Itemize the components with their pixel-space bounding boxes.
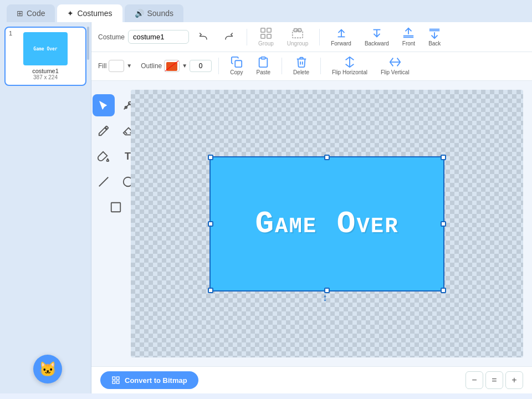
costume-item-name: costume1 (32, 68, 59, 74)
left-tools: T (100, 90, 131, 357)
zoom-reset-button[interactable]: = (485, 371, 503, 389)
fill-arrow[interactable]: ▼ (126, 63, 132, 69)
costume-preview: Game Over (23, 32, 68, 65)
svg-rect-0 (261, 28, 265, 32)
cat-button[interactable]: 🐱 (33, 355, 62, 383)
tab-code[interactable]: ⊞ Code (7, 4, 55, 22)
costume-number: 1 (9, 30, 12, 37)
svg-rect-13 (235, 60, 242, 67)
flip-horizontal-button[interactable]: Flip Horizontal (328, 54, 372, 77)
delete-label: Delete (293, 69, 309, 75)
copy-label: Copy (230, 69, 243, 75)
zoom-out-button[interactable]: − (466, 371, 483, 389)
group-label: Group (258, 40, 274, 47)
costume-preview-text: Game Over (33, 47, 57, 52)
outline-swatch[interactable] (164, 60, 180, 72)
ungroup-label: Ungroup (287, 40, 308, 47)
cat-icon: 🐱 (39, 361, 57, 378)
scroll-thumb (87, 27, 89, 60)
back-label: Back (428, 40, 441, 47)
tab-bar: ⊞ Code ✦ Costumes 🔊 Sounds (0, 0, 532, 22)
svg-rect-21 (111, 203, 120, 212)
outline-size-input[interactable] (190, 60, 212, 72)
separator-3 (218, 58, 219, 74)
redo-button[interactable] (218, 30, 240, 44)
delete-button[interactable]: Delete (289, 54, 314, 77)
toolbar-row1: Costume Group Ungroup (91, 22, 532, 52)
separator-1 (247, 29, 247, 45)
rect-tool[interactable] (105, 196, 127, 218)
backward-label: Backward (365, 40, 389, 47)
costume-name-group: Costume (98, 30, 240, 44)
svg-rect-23 (116, 377, 119, 380)
undo-button[interactable] (192, 30, 214, 44)
front-label: Front (402, 40, 415, 47)
convert-label: Convert to Bitmap (125, 376, 187, 385)
flip-vertical-button[interactable]: Flip Vertical (376, 54, 414, 77)
costume-item-size: 387 x 224 (33, 74, 58, 80)
costume-field-label: Costume (98, 33, 125, 41)
copy-button[interactable]: Copy (226, 54, 247, 77)
code-icon: ⊞ (17, 9, 23, 18)
backward-button[interactable]: Backward (360, 25, 393, 48)
bottom-bar: Convert to Bitmap − = + (91, 366, 532, 393)
group-button[interactable]: Group (254, 25, 278, 48)
shape-tools-2 (105, 196, 127, 218)
sprite-text: Game Over (255, 206, 398, 242)
zoom-in-button[interactable]: + (505, 371, 523, 389)
toolbar-row2: Fill ▼ Outline ▼ Copy Paste (91, 52, 532, 81)
sounds-icon: 🔊 (135, 9, 144, 18)
fill-tool[interactable] (93, 145, 115, 167)
editor-section: Costume Group Ungroup (91, 22, 532, 393)
svg-rect-6 (298, 29, 301, 32)
separator-5 (320, 58, 321, 74)
fill-label: Fill (98, 62, 106, 70)
paste-label: Paste (257, 69, 271, 75)
costume-panel: 1 Game Over costume1 387 x 224 (0, 22, 91, 393)
zoom-controls: − = + (466, 371, 523, 389)
main-layout: 1 Game Over costume1 387 x 224 Costume (0, 22, 532, 393)
back-button[interactable]: Back (424, 25, 445, 48)
outline-color (166, 62, 177, 71)
svg-rect-24 (112, 381, 115, 383)
separator-2 (319, 29, 320, 45)
svg-rect-1 (267, 28, 271, 32)
flip-v-label: Flip Vertical (381, 69, 410, 75)
tab-sounds[interactable]: 🔊 Sounds (125, 4, 183, 22)
fill-swatch[interactable] (109, 60, 124, 72)
svg-rect-5 (294, 29, 298, 32)
tab-sounds-label: Sounds (147, 9, 173, 18)
costume-name-input[interactable] (128, 30, 189, 44)
costume-item[interactable]: 1 Game Over costume1 387 x 224 (4, 27, 86, 86)
sprite-box[interactable]: Game Over ↕ (211, 157, 443, 290)
separator-4 (282, 58, 282, 74)
ungroup-button[interactable]: Ungroup (283, 25, 313, 48)
scroll-track[interactable] (86, 22, 90, 393)
line-tool[interactable] (93, 171, 115, 193)
select-tool[interactable] (93, 94, 115, 116)
outline-group: Outline ▼ (141, 60, 212, 72)
front-button[interactable]: Front (398, 25, 420, 48)
outline-label: Outline (141, 62, 162, 70)
costume-icon: ✦ (67, 9, 74, 18)
tab-code-label: Code (27, 9, 45, 18)
tab-costumes-label: Costumes (77, 9, 112, 18)
svg-rect-2 (261, 34, 265, 38)
tab-costumes[interactable]: ✦ Costumes (57, 4, 122, 22)
canvas-wrapper[interactable]: Game Over ↕ (131, 90, 523, 357)
fill-group: Fill ▼ (98, 60, 132, 72)
canvas-area: T (91, 81, 532, 366)
svg-rect-25 (116, 381, 119, 383)
svg-line-19 (99, 177, 108, 187)
brush-tool[interactable] (93, 120, 115, 142)
forward-label: Forward (331, 40, 351, 47)
forward-button[interactable]: Forward (326, 25, 356, 48)
flip-h-label: Flip Horizontal (332, 69, 367, 75)
svg-rect-14 (262, 57, 265, 59)
convert-to-bitmap-button[interactable]: Convert to Bitmap (100, 371, 198, 389)
outline-arrow[interactable]: ▼ (182, 63, 187, 69)
paste-button[interactable]: Paste (252, 54, 275, 77)
svg-rect-22 (112, 377, 115, 380)
canvas-content: Game Over ↕ (211, 157, 443, 290)
svg-rect-3 (267, 34, 271, 38)
